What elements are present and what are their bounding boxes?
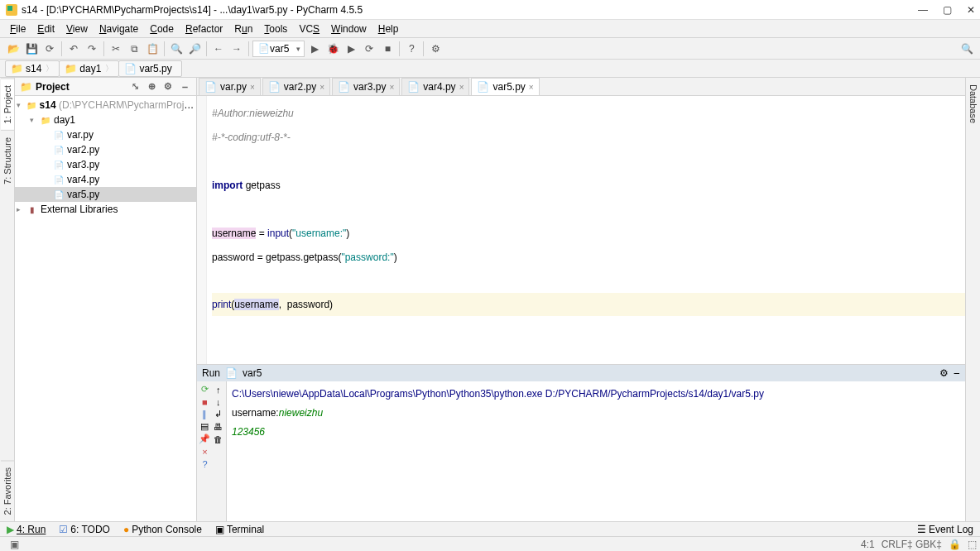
status-encoding[interactable]: CRLF‡ GBK‡ — [882, 539, 942, 550]
menu-help[interactable]: Help — [373, 22, 404, 36]
tab-run[interactable]: ▶4: Run — [3, 524, 49, 535]
editor-gutter — [197, 96, 207, 364]
menu-edit[interactable]: Edit — [32, 22, 60, 36]
pin-icon[interactable]: 📌 — [199, 433, 211, 445]
close-icon[interactable]: × — [319, 83, 324, 92]
stop-icon[interactable]: ■ — [379, 41, 396, 57]
menu-vcs[interactable]: VCS — [294, 22, 324, 36]
editor-tab[interactable]: 📄var4.py× — [401, 78, 469, 95]
run-panel-header: Run 📄 var5 ⚙ ‒ — [197, 365, 965, 381]
project-tool-window: 📁Project ⤡ ⊕ ⚙ ‒ ▾📁 s14 (D:\PYCHARM\Pych… — [15, 78, 197, 521]
breadcrumb-item[interactable]: 📁s14 — [5, 60, 60, 77]
code-content[interactable]: #Author:nieweizhu #-*-coding:utf-8-*- im… — [207, 96, 965, 364]
close-icon[interactable]: × — [250, 83, 255, 92]
tab-structure[interactable]: 7: Structure — [1, 130, 14, 191]
soft-wrap-icon[interactable]: ↲ — [213, 408, 225, 420]
gear-icon[interactable]: ⚙ — [939, 367, 949, 379]
menu-code[interactable]: Code — [145, 22, 179, 36]
project-tree[interactable]: ▾📁 s14 (D:\PYCHARM\PycharmProjects\ ▾📁da… — [15, 96, 196, 521]
status-toggle-icon[interactable]: ▣ — [10, 539, 19, 550]
gear-icon[interactable]: ⚙ — [161, 80, 175, 93]
close-icon[interactable]: × — [529, 83, 534, 92]
rerun-icon[interactable]: ⟳ — [361, 41, 377, 57]
menu-tools[interactable]: Tools — [259, 22, 292, 36]
hide-icon[interactable]: ‒ — [178, 80, 191, 93]
menu-window[interactable]: Window — [326, 22, 372, 36]
menu-file[interactable]: File — [5, 22, 31, 36]
navigation-bar: 📁s14 📁day1 📄var5.py — [0, 60, 980, 78]
open-icon[interactable]: 📂 — [5, 41, 22, 57]
menu-view[interactable]: View — [61, 22, 93, 36]
replace-icon[interactable]: 🔎 — [186, 41, 203, 57]
close-icon[interactable]: × — [459, 83, 464, 92]
menu-refactor[interactable]: Refactor — [180, 22, 228, 36]
lock-icon[interactable]: 🔒 — [949, 539, 961, 550]
run-icon[interactable]: ▶ — [306, 41, 323, 57]
tab-terminal[interactable]: ▣Terminal — [212, 524, 267, 535]
menu-run[interactable]: Run — [229, 22, 257, 36]
forward-icon[interactable]: → — [228, 41, 245, 57]
close-icon[interactable]: × — [199, 445, 211, 458]
code-editor[interactable]: #Author:nieweizhu #-*-coding:utf-8-*- im… — [197, 96, 965, 364]
tree-file[interactable]: 📄var5.py — [15, 187, 196, 202]
left-tool-strip: 1: Project 7: Structure 2: Favorites — [0, 78, 15, 521]
status-more-icon[interactable]: ⬚ — [968, 539, 977, 550]
tree-file[interactable]: 📄var3.py — [15, 157, 196, 172]
tree-root[interactable]: ▾📁 s14 (D:\PYCHARM\PycharmProjects\ — [15, 98, 196, 113]
menu-navigate[interactable]: Navigate — [94, 22, 143, 36]
editor-tab[interactable]: 📄var2.py× — [262, 78, 330, 95]
tab-database[interactable]: Database — [967, 78, 980, 130]
up-icon[interactable]: ↑ — [213, 383, 225, 395]
close-icon[interactable]: × — [389, 83, 394, 92]
tab-favorites[interactable]: 2: Favorites — [1, 460, 14, 521]
editor-tab[interactable]: 📄var.py× — [199, 78, 261, 95]
refresh-icon[interactable]: ⟳ — [41, 41, 58, 57]
undo-icon[interactable]: ↶ — [65, 41, 82, 57]
tab-python-console[interactable]: ●Python Console — [120, 524, 205, 535]
editor-tab[interactable]: 📄var5.py× — [471, 78, 539, 95]
stop-icon[interactable]: ■ — [199, 395, 211, 408]
coverage-icon[interactable]: ▶ — [343, 41, 359, 57]
close-button[interactable]: ✕ — [967, 4, 975, 16]
editor-tab[interactable]: 📄var3.py× — [332, 78, 400, 95]
tree-file[interactable]: 📄var.py — [15, 127, 196, 142]
rerun-icon[interactable]: ⟳ — [199, 383, 211, 395]
pause-icon[interactable]: ‖ — [199, 408, 211, 420]
scroll-from-source-icon[interactable]: ⊕ — [145, 80, 158, 93]
search-everywhere-icon[interactable]: 🔍 — [958, 41, 975, 57]
cut-icon[interactable]: ✂ — [108, 41, 124, 57]
settings-icon[interactable]: ⚙ — [427, 41, 444, 57]
tab-project[interactable]: 1: Project — [1, 78, 14, 130]
project-panel-header: 📁Project ⤡ ⊕ ⚙ ‒ — [15, 78, 196, 96]
redo-icon[interactable]: ↷ — [84, 41, 100, 57]
clear-icon[interactable]: 🗑 — [213, 433, 225, 445]
back-icon[interactable]: ← — [210, 41, 227, 57]
window-titlebar: s14 - [D:\PYCHARM\PycharmProjects\s14] -… — [0, 0, 980, 20]
help-icon[interactable]: ? — [199, 458, 211, 470]
copy-icon[interactable]: ⧉ — [126, 41, 142, 57]
breadcrumb-item[interactable]: 📁day1 — [59, 60, 119, 77]
maximize-button[interactable]: ▢ — [943, 4, 952, 16]
tab-todo[interactable]: ☑6: TODO — [55, 524, 113, 535]
minimize-button[interactable]: — — [918, 4, 928, 16]
paste-icon[interactable]: 📋 — [144, 41, 161, 57]
tab-event-log[interactable]: ☰Event Log — [914, 524, 977, 535]
breadcrumb-item[interactable]: 📄var5.py — [118, 60, 181, 77]
help-icon[interactable]: ? — [403, 41, 420, 57]
save-icon[interactable]: 💾 — [23, 41, 40, 57]
hide-icon[interactable]: ‒ — [954, 367, 960, 379]
tree-file[interactable]: 📄var2.py — [15, 142, 196, 157]
main-menu: File Edit View Navigate Code Refactor Ru… — [0, 20, 980, 38]
status-caret-pos[interactable]: 4:1 — [861, 539, 875, 550]
down-icon[interactable]: ↓ — [213, 395, 225, 408]
dump-icon[interactable]: ▤ — [199, 420, 211, 433]
tree-file[interactable]: 📄var4.py — [15, 172, 196, 187]
run-config-combo[interactable]: 📄 var5 — [252, 41, 305, 57]
collapse-icon[interactable]: ⤡ — [128, 80, 142, 93]
tree-external-libs[interactable]: ▸▮External Libraries — [15, 202, 196, 217]
find-icon[interactable]: 🔍 — [168, 41, 185, 57]
print-icon[interactable]: 🖶 — [213, 420, 225, 433]
debug-icon[interactable]: 🐞 — [324, 41, 341, 57]
run-output[interactable]: C:\Users\niewe\AppData\Local\Programs\Py… — [227, 381, 965, 521]
tree-folder[interactable]: ▾📁day1 — [15, 113, 196, 127]
